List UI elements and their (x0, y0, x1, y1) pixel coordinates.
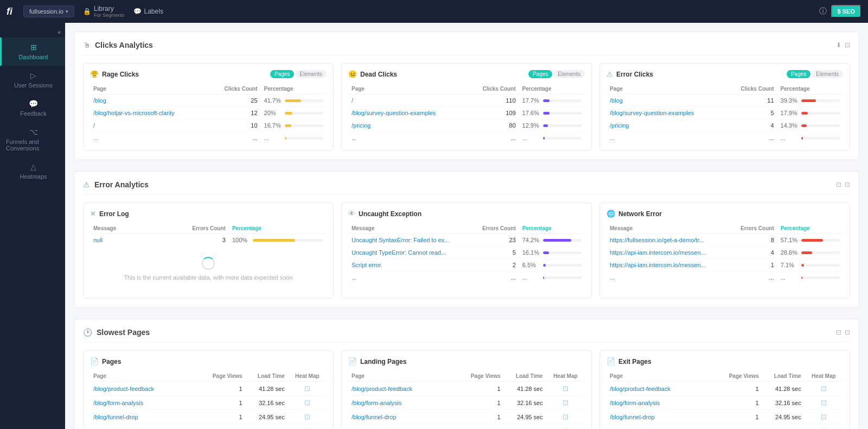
section-actions: ⊡ ⊡ (836, 329, 850, 336)
page-cell: Script error. (348, 259, 465, 272)
error-clicks-card: ⚠ Error Clicks Pages Elements Page Cl (599, 63, 850, 151)
rage-clicks-tabs: Pages Elements (270, 70, 327, 78)
expand-button[interactable]: ⊡ (845, 41, 850, 49)
elements-tab[interactable]: Elements (812, 70, 843, 78)
count-cell: 5 (724, 107, 777, 119)
page-cell: /blog/survey-question-examples (348, 107, 465, 119)
count-cell: 23 (465, 234, 519, 247)
pct-cell: 17.9% (777, 107, 843, 119)
table-row: /blog/product-feedback 1 41.28 sec ⊡ (607, 382, 843, 396)
landing-pages-card: 📄 Landing Pages Page Page Views Load Tim… (341, 350, 592, 429)
heatmap-cell: ⊡ (805, 410, 843, 424)
heatmap-icon[interactable]: ⊡ (304, 399, 310, 407)
dead-clicks-table: Page Clicks Count Percentage / 110 17.7% (348, 84, 585, 144)
slowest-pages-icon: 🕐 (83, 328, 92, 337)
sidebar-item-feedback[interactable]: 💬 Feedback (0, 94, 65, 122)
slowest-pages-card: 📄 Pages Page Page Views Load Time Heat M… (83, 350, 334, 429)
pct-cell: 16.7% (261, 119, 327, 132)
count-cell: ... (207, 132, 261, 144)
network-error-icon: 🌐 (607, 210, 615, 218)
error-cards-grid: ✕ Error Log Message Errors Count Percent… (83, 203, 850, 299)
table-row: /blog/customer-centric-marketi... 1 16.4… (90, 424, 327, 430)
heatmap-icon[interactable]: ⊡ (821, 399, 827, 407)
heatmap-icon[interactable]: ⊡ (563, 384, 569, 393)
close-button[interactable]: ⊡ (845, 181, 850, 188)
pages-tab[interactable]: Pages (270, 70, 294, 78)
page-cell: /blog/form-analysis (607, 396, 716, 410)
download-button[interactable]: ⬇ (836, 41, 841, 49)
heatmap-icon[interactable]: ⊡ (304, 413, 310, 421)
sidebar-item-user-sessions[interactable]: ▷ User Sessions (0, 66, 65, 94)
feedback-icon: 💬 (29, 99, 38, 108)
heatmap-icon[interactable]: ⊡ (304, 384, 310, 393)
elements-tab[interactable]: Elements (553, 70, 585, 78)
card-header: 😤 Rage Clicks Pages Elements (90, 70, 327, 78)
sidebar-toggle[interactable]: « (53, 27, 65, 37)
table-row: /blog/form-analysis 1 32.16 sec ⊡ (348, 396, 585, 410)
heatmap-cell: ⊡ (546, 382, 585, 396)
col-load: Load Time (504, 371, 546, 382)
sidebar-item-dashboard[interactable]: ⊞ Dashboard (0, 37, 65, 66)
pct-cell: 17.6% (519, 107, 585, 119)
sidebar-item-label: Funnels and Conversions (6, 138, 61, 152)
close-button[interactable]: ⊡ (845, 329, 850, 336)
nav-labels[interactable]: 💬 Labels (133, 8, 163, 15)
expand-button[interactable]: ⊡ (836, 181, 841, 188)
pages-card-title: Pages (102, 358, 121, 365)
table-row: Uncaught SyntaxError: Failed to ex... 23… (348, 234, 585, 247)
clicks-analytics-title: Clicks Analytics (95, 41, 153, 49)
landing-pages-table: Page Page Views Load Time Heat Map /blog… (348, 371, 585, 429)
card-header: 📄 Pages (90, 357, 327, 365)
table-row: / 110 17.7% (348, 94, 585, 107)
card-header: ⚠ Error Clicks Pages Elements (607, 70, 843, 78)
heatmap-icon[interactable]: ⊡ (821, 384, 827, 393)
col-pct: Percentage (229, 223, 327, 234)
table-row: / 10 16.7% (90, 119, 327, 132)
heatmap-icon[interactable]: ⊡ (563, 413, 569, 421)
col-load: Load Time (246, 371, 288, 382)
col-page: Page (90, 371, 200, 382)
landing-pages-title: Landing Pages (360, 358, 406, 365)
sidebar-item-heatmaps[interactable]: △ Heatmaps (0, 157, 65, 185)
table-row: Script error. 2 6.5% (348, 259, 585, 272)
count-cell: 12 (207, 107, 261, 119)
pages-tab[interactable]: Pages (787, 70, 810, 78)
heatmap-icon[interactable]: ⊡ (304, 427, 310, 429)
upgrade-button[interactable]: $ SEO (831, 5, 861, 18)
load-time-cell: 41.28 sec (762, 382, 805, 396)
pct-cell: 74.2% (519, 234, 585, 247)
page-cell: /blog/product-feedback (607, 382, 716, 396)
heatmap-icon[interactable]: ⊡ (563, 427, 569, 429)
col-pct: Percentage (261, 84, 327, 94)
card-title-area: ✕ Error Log (90, 210, 129, 218)
heatmap-icon[interactable]: ⊡ (821, 413, 827, 421)
nav-library[interactable]: 🔒 Library For Segments (83, 5, 125, 18)
info-button[interactable]: ⓘ (819, 7, 827, 16)
count-cell: 3 (149, 234, 229, 247)
workspace-button[interactable]: fullsession.io ▾ (23, 5, 74, 17)
uncaught-exception-card: 👁 Uncaught Exception Message Errors Coun… (341, 203, 592, 299)
page-cell: ... (607, 272, 724, 284)
page-cell: ... (348, 272, 465, 284)
page-cell: null (90, 234, 149, 247)
expand-button[interactable]: ⊡ (836, 329, 841, 336)
heatmap-cell: ⊡ (288, 382, 327, 396)
error-clicks-table: Page Clicks Count Percentage /blog 11 39… (607, 84, 843, 144)
sidebar-item-funnels[interactable]: ⌥ Funnels and Conversions (0, 122, 65, 157)
elements-tab[interactable]: Elements (295, 70, 327, 78)
uncaught-exception-icon: 👁 (348, 210, 355, 218)
col-pct: Percentage (519, 223, 585, 234)
table-row: /blog/product-feedback 1 41.28 sec ⊡ (90, 382, 327, 396)
col-heatmap: Heat Map (546, 371, 585, 382)
count-cell: 5 (465, 247, 519, 259)
pages-tab[interactable]: Pages (528, 70, 552, 78)
table-row: /blog/funnel-drop 1 24.95 sec ⊡ (348, 410, 585, 424)
pct-cell: ... (777, 132, 843, 144)
page-cell: /blog/form-analysis (90, 396, 200, 410)
page-cell: Uncaught SyntaxError: Failed to ex... (348, 234, 465, 247)
col-page: Page (348, 371, 458, 382)
loading-spinner (202, 257, 215, 270)
heatmap-icon[interactable]: ⊡ (821, 427, 827, 429)
error-log-title: Error Log (99, 210, 129, 218)
heatmap-icon[interactable]: ⊡ (563, 399, 569, 407)
